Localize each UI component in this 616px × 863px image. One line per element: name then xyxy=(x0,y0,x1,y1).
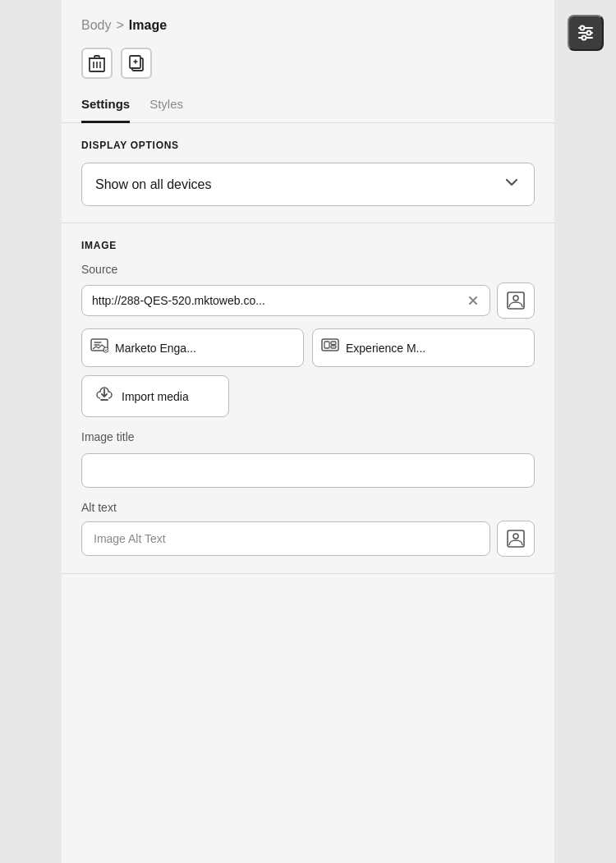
svg-point-19 xyxy=(513,534,518,539)
tab-bar: Settings Styles xyxy=(62,90,554,123)
left-gutter xyxy=(0,0,62,863)
breadcrumb-separator: > xyxy=(116,18,123,33)
source-field-group: Source xyxy=(81,263,535,417)
sliders-icon xyxy=(576,23,595,43)
source-input-wrap xyxy=(81,285,490,316)
image-section-title: IMAGE xyxy=(81,240,535,251)
experience-manager-label: Experience M... xyxy=(346,342,425,355)
svg-point-25 xyxy=(582,36,586,40)
svg-point-24 xyxy=(586,31,591,35)
svg-rect-15 xyxy=(331,342,336,345)
experience-manager-icon xyxy=(321,338,339,357)
alt-text-row xyxy=(81,521,535,557)
clear-source-icon[interactable] xyxy=(467,294,480,307)
display-options-title: DISPLAY OPTIONS xyxy=(81,140,535,151)
chevron-down-icon xyxy=(503,173,521,195)
marketo-icon xyxy=(90,338,108,357)
source-row xyxy=(81,282,535,319)
breadcrumb-current: Image xyxy=(129,18,167,33)
display-options-dropdown[interactable]: Show on all devices xyxy=(81,163,535,206)
tab-settings[interactable]: Settings xyxy=(81,90,130,123)
duplicate-button[interactable] xyxy=(121,48,152,79)
right-gutter xyxy=(554,0,616,863)
source-input[interactable] xyxy=(92,294,462,307)
svg-rect-16 xyxy=(331,346,336,348)
alt-text-label: Alt text xyxy=(81,501,535,514)
breadcrumb-body: Body xyxy=(81,18,111,33)
import-media-button[interactable]: Import media xyxy=(81,375,229,417)
duplicate-icon xyxy=(128,54,145,72)
alt-text-field-group: Alt text xyxy=(81,501,535,557)
breadcrumb: Body > Image xyxy=(62,0,554,41)
marketo-engage-button[interactable]: Marketo Enga... xyxy=(81,328,304,367)
browse-image-button[interactable] xyxy=(497,282,535,319)
alt-text-browse-button[interactable] xyxy=(497,521,535,557)
delete-button[interactable] xyxy=(81,48,113,79)
person-image-icon xyxy=(507,291,525,310)
image-section: IMAGE Source xyxy=(62,223,554,574)
source-label: Source xyxy=(81,263,535,276)
main-panel: Body > Image xyxy=(62,0,554,863)
experience-manager-button[interactable]: Experience M... xyxy=(312,328,535,367)
svg-point-10 xyxy=(513,296,518,301)
toolbar xyxy=(62,41,554,90)
media-buttons-row: Marketo Enga... Experience M... xyxy=(81,328,535,367)
image-title-field-group: Image title xyxy=(81,430,535,488)
panel-settings-button[interactable] xyxy=(568,15,604,51)
svg-point-23 xyxy=(580,26,584,30)
svg-rect-14 xyxy=(324,342,329,348)
alt-text-input[interactable] xyxy=(81,521,490,556)
display-options-section: DISPLAY OPTIONS Show on all devices xyxy=(62,123,554,223)
import-cloud-icon xyxy=(95,385,113,407)
person-alt-icon xyxy=(507,530,525,548)
import-media-label: Import media xyxy=(122,390,189,403)
image-title-input[interactable] xyxy=(81,453,535,488)
marketo-engage-label: Marketo Enga... xyxy=(115,342,196,355)
image-title-label: Image title xyxy=(81,430,535,443)
display-options-value: Show on all devices xyxy=(95,177,211,192)
svg-point-12 xyxy=(103,347,108,352)
trash-icon xyxy=(89,54,105,72)
tab-styles[interactable]: Styles xyxy=(149,90,183,123)
